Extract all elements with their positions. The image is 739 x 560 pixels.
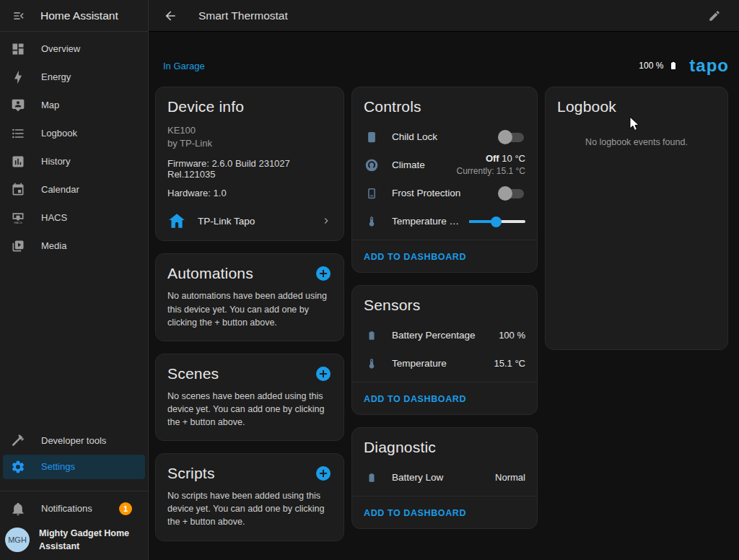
sidebar-item-overview[interactable]: Overview [0, 35, 148, 63]
sidebar-collapse-button[interactable] [10, 7, 27, 25]
battery-icon [364, 471, 380, 485]
control-row-temperature: Temperature … [352, 207, 537, 235]
thermostat-dial-icon [364, 158, 380, 172]
device-battery-percent: 100 % [639, 61, 663, 71]
sensors-add-to-dashboard-button[interactable]: ADD TO DASHBOARD [364, 394, 466, 404]
add-script-button[interactable] [315, 465, 332, 482]
app-title: Home Assistant [40, 9, 118, 22]
diagnostic-card: Diagnostic Battery Low Normal [351, 427, 538, 529]
edit-device-button[interactable] [706, 7, 723, 25]
thermometer-icon [364, 214, 380, 229]
device-hardware: Hardware: 1.0 [167, 188, 332, 198]
sidebar-item-energy[interactable]: Energy [0, 63, 148, 91]
lightning-bolt-icon [11, 70, 25, 84]
list-bulleted-icon [11, 126, 25, 141]
sidebar-item-logbook[interactable]: Logbook [0, 119, 148, 147]
integration-name: TP-Link Tapo [198, 216, 309, 227]
sidebar-item-label: Energy [41, 71, 71, 82]
climate-mode: Off [486, 153, 499, 164]
control-row-frost-protection: Frost Protection [352, 179, 537, 207]
sidebar-item-media[interactable]: Media [0, 232, 148, 260]
scripts-empty-text: No scripts have been added using this de… [156, 486, 344, 540]
child-lock-toggle[interactable] [498, 130, 525, 144]
menu-collapse-icon [12, 9, 26, 23]
area-link[interactable]: In Garage [163, 61, 205, 71]
scenes-card: Scenes No scenes have been added using t… [155, 354, 344, 441]
svg-text:HACS: HACS [14, 220, 22, 224]
sidebar-item-label: Notifications [41, 503, 92, 514]
page-title: Smart Thermostat [198, 9, 288, 22]
sidebar-header: Home Assistant [0, 0, 148, 32]
tooltip-account-icon [11, 98, 25, 113]
card-columns: Device info KE100 by TP-Link Firmware: 2… [149, 75, 739, 541]
back-button[interactable] [162, 7, 179, 25]
diagnostic-row-battery-low[interactable]: Battery Low Normal [352, 463, 537, 491]
user-name: Mighty Gadget Home Assistant [39, 527, 133, 553]
chevron-right-icon [320, 215, 332, 227]
sidebar: Home Assistant Overview Energy Map Logbo… [0, 0, 149, 560]
control-label: Child Lock [392, 131, 498, 142]
bell-icon [11, 502, 25, 516]
climate-current-temp: Currently: 15.1 °C [456, 165, 525, 178]
control-row-climate[interactable]: Climate Off 10 °C Currently: 15.1 °C [352, 151, 537, 179]
automations-empty-text: No automations have been added using thi… [156, 286, 344, 340]
sensor-row-battery[interactable]: Battery Percentage 100 % [352, 321, 537, 349]
sidebar-divider [0, 491, 148, 491]
control-row-child-lock: Child Lock [352, 123, 537, 151]
view-dashboard-icon [11, 42, 25, 56]
automations-card: Automations No automations have been add… [155, 253, 344, 341]
sidebar-item-label: Settings [41, 461, 75, 472]
card-title: Device info [167, 98, 244, 115]
climate-target-temp: 10 °C [502, 153, 525, 164]
sidebar-item-developer-tools[interactable]: Developer tools [0, 426, 148, 455]
main-area: Smart Thermostat In Garage 100 % tapo [149, 0, 739, 560]
sensors-card: Sensors Battery Percentage 100 % [351, 285, 538, 415]
thermometer-icon [364, 356, 380, 371]
content-topbar: In Garage 100 % tapo [163, 56, 729, 75]
play-box-icon [11, 239, 25, 253]
valve-device-icon [364, 186, 380, 201]
sidebar-item-label: History [41, 156, 70, 167]
sensor-value: 15.1 °C [494, 358, 525, 369]
chart-box-icon [11, 154, 25, 169]
card-title: Sensors [364, 297, 420, 314]
sidebar-bottom: Developer tools Settings Notifications 1… [0, 426, 148, 560]
card-title: Scripts [167, 465, 215, 482]
calendar-icon [11, 183, 25, 197]
battery-icon [364, 328, 380, 343]
controls-add-to-dashboard-button[interactable]: ADD TO DASHBOARD [364, 252, 466, 262]
sensor-row-temperature[interactable]: Temperature 15.1 °C [352, 349, 537, 377]
hacs-icon: HACS [11, 211, 25, 225]
sidebar-item-map[interactable]: Map [0, 91, 148, 119]
arrow-left-icon [163, 9, 178, 23]
diagnostic-label: Battery Low [392, 472, 495, 483]
temperature-slider-thumb[interactable] [491, 216, 502, 227]
temperature-slider[interactable] [469, 214, 525, 229]
control-label: Frost Protection [392, 188, 498, 198]
sensor-label: Temperature [392, 358, 494, 369]
integration-link[interactable]: TP-Link Tapo [167, 211, 332, 230]
gear-icon [11, 460, 25, 474]
device-manufacturer: by TP-Link [167, 137, 332, 150]
home-assistant-app: Home Assistant Overview Energy Map Logbo… [0, 0, 739, 560]
diagnostic-add-to-dashboard-button[interactable]: ADD TO DASHBOARD [364, 508, 466, 518]
logbook-empty-text: No logbook events found. [546, 137, 727, 147]
card-title: Diagnostic [364, 439, 436, 456]
sidebar-item-history[interactable]: History [0, 147, 148, 175]
device-info-card: Device info KE100 by TP-Link Firmware: 2… [155, 87, 344, 241]
sidebar-item-calendar[interactable]: Calendar [0, 175, 148, 204]
sidebar-item-hacs[interactable]: HACS HACS [0, 204, 148, 232]
sidebar-item-notifications[interactable]: Notifications 1 [0, 495, 148, 522]
card-title: Controls [364, 98, 421, 115]
sidebar-item-settings[interactable]: Settings [3, 455, 145, 479]
add-scene-button[interactable] [315, 365, 332, 382]
card-title: Automations [167, 265, 253, 282]
device-page-content: In Garage 100 % tapo Device info KE100 [149, 32, 739, 560]
scripts-card: Scripts No scripts have been added using… [155, 453, 344, 541]
notification-badge: 1 [119, 502, 132, 515]
add-automation-button[interactable] [315, 265, 332, 282]
sidebar-user[interactable]: MGH Mighty Gadget Home Assistant [0, 522, 148, 560]
sidebar-item-label: Overview [41, 43, 80, 54]
device-firmware: Firmware: 2.6.0 Build 231027 Rel.121035 [167, 158, 332, 180]
frost-protection-toggle[interactable] [498, 186, 525, 201]
